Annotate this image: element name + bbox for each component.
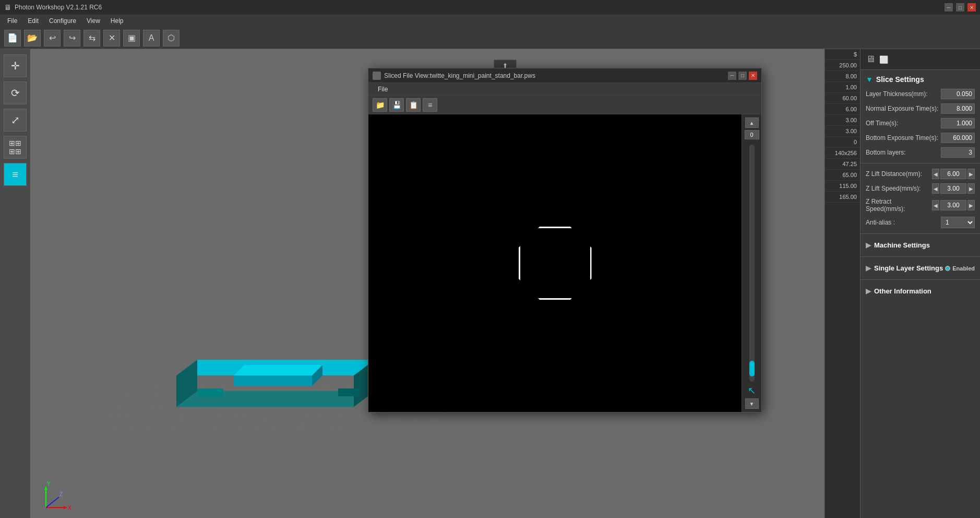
layer-counter-input[interactable]	[745, 130, 759, 139]
z-lift-dist-down[interactable]: ◀	[932, 169, 939, 179]
divider-3	[861, 256, 980, 257]
tool-rotate[interactable]: ⟳	[4, 81, 27, 104]
shape-button[interactable]: ⬡	[163, 30, 180, 46]
enabled-text: Enabled	[952, 265, 975, 272]
scroll-track[interactable]	[749, 145, 755, 382]
anti-alias-row: Anti-alias : 1 2 4 8	[861, 215, 980, 230]
tool-grid[interactable]: ⊞⊞⊞⊞	[4, 136, 27, 159]
val-47: 47.25	[825, 159, 860, 170]
z-retract-speed-up[interactable]: ▶	[967, 200, 975, 210]
other-info-label: Other Information	[874, 287, 931, 295]
window-controls: ─ □ ✕	[945, 3, 976, 11]
other-information-header[interactable]: ▶ Other Information	[861, 283, 980, 299]
sliced-file-menu[interactable]: File	[373, 85, 393, 94]
tool-scale[interactable]: ⤢	[4, 109, 27, 132]
sliced-copy-button[interactable]: 📋	[406, 98, 421, 112]
machine-settings-header[interactable]: ▶ Machine Settings	[861, 237, 980, 253]
redo-button[interactable]: ↪	[64, 30, 80, 46]
bottom-exposure-input[interactable]	[941, 133, 975, 143]
single-layer-header[interactable]: ▶ Single Layer Settings Enabled	[861, 260, 980, 276]
single-layer-arrow: ▶	[866, 264, 871, 272]
axis-svg: X Y Z	[41, 476, 77, 513]
app-title: Photon Workshop V2.1.21 RC6	[15, 4, 102, 11]
svg-line-31	[46, 497, 59, 508]
menu-configure[interactable]: Configure	[44, 16, 81, 26]
anti-alias-label: Anti-alias :	[866, 219, 941, 226]
main-toolbar: 📄 📂 ↩ ↪ ⇆ ✕ ▣ A ⬡	[0, 27, 980, 49]
z-lift-dist-up[interactable]: ▶	[967, 169, 975, 179]
layer-scroll-up[interactable]: ▲	[745, 117, 759, 128]
svg-text:Z: Z	[59, 491, 63, 497]
dialog-maximize-button[interactable]: □	[738, 72, 747, 80]
delete-button[interactable]: ✕	[103, 30, 120, 46]
scroll-cursor-indicator: ↖	[748, 385, 756, 396]
z-lift-dist-input[interactable]	[940, 169, 966, 179]
bottom-layers-input[interactable]	[941, 147, 975, 158]
z-lift-speed-down[interactable]: ◀	[932, 183, 939, 194]
undo-button[interactable]: ↩	[44, 30, 61, 46]
left-sidebar: ✛ ⟳ ⤢ ⊞⊞⊞⊞ ≡	[0, 49, 30, 518]
anti-alias-select[interactable]: 1 2 4 8	[941, 217, 975, 228]
layer-scroll-down[interactable]: ▼	[745, 398, 759, 409]
sliced-content: ▲ ↖ ▼	[368, 114, 761, 412]
normal-exposure-input[interactable]	[941, 103, 975, 114]
app-icon: 🖥	[4, 3, 11, 11]
maximize-button[interactable]: □	[956, 3, 964, 11]
dialog-close-button[interactable]: ✕	[749, 72, 757, 80]
single-layer-enabled-badge: Enabled	[945, 265, 975, 272]
menu-bar: File Edit Configure View Help	[0, 15, 980, 27]
val-3b: 3.00	[825, 126, 860, 137]
sliced-menu-button[interactable]: ≡	[423, 98, 437, 112]
normal-exposure-label: Normal Exposure Time(s):	[866, 105, 941, 112]
close-button[interactable]: ✕	[967, 3, 976, 11]
sliced-save-button[interactable]: 💾	[389, 98, 404, 112]
panel-other-icon: ⬜	[879, 55, 888, 64]
svg-marker-24	[338, 388, 359, 396]
slice-settings-arrow: ▼	[866, 75, 873, 84]
svg-text:Y: Y	[47, 481, 51, 487]
tool-move[interactable]: ✛	[4, 54, 27, 77]
dialog-minimize-button[interactable]: ─	[728, 72, 736, 80]
bottom-layers-label: Bottom layers:	[866, 149, 941, 156]
z-lift-dist-label: Z Lift Distance(mm):	[866, 170, 932, 178]
val-0: 0	[825, 137, 860, 148]
layer-preview	[368, 114, 742, 412]
open-button[interactable]: 📂	[24, 30, 41, 46]
scroll-thumb	[749, 361, 755, 376]
z-lift-speed-row: Z Lift Speed(mm/s): ◀ ▶	[861, 181, 980, 196]
z-retract-speed-input[interactable]	[940, 200, 966, 210]
val-60: 60.00	[825, 93, 860, 104]
mirror-button[interactable]: ⇆	[83, 30, 100, 46]
minimize-button[interactable]: ─	[945, 3, 953, 11]
val-65: 65.00	[825, 170, 860, 181]
val-6: 6.00	[825, 104, 860, 115]
menu-help[interactable]: Help	[105, 16, 129, 26]
off-time-input[interactable]	[941, 118, 975, 128]
layer-thickness-input[interactable]	[941, 89, 975, 99]
octagon-container	[519, 227, 592, 300]
z-lift-dist-row: Z Lift Distance(mm): ◀ ▶	[861, 167, 980, 181]
svg-marker-21	[234, 375, 312, 386]
z-lift-speed-spinbox: ◀ ▶	[932, 183, 975, 194]
sliced-open-button[interactable]: 📁	[373, 98, 387, 112]
svg-text:X: X	[68, 505, 71, 511]
bottom-exposure-row: Bottom Exposure Time(s):	[861, 131, 980, 145]
z-retract-speed-down[interactable]: ◀	[932, 200, 939, 210]
z-lift-speed-input[interactable]	[940, 183, 966, 194]
dialog-app-icon	[373, 72, 381, 80]
val-8: 8.00	[825, 71, 860, 82]
tool-layers[interactable]: ≡	[4, 163, 27, 186]
text-button[interactable]: A	[143, 30, 160, 46]
z-lift-dist-spinbox: ◀ ▶	[932, 169, 975, 179]
rect-select-button[interactable]: ▣	[123, 30, 140, 46]
val-115: 115.00	[825, 181, 860, 192]
slice-settings-title: Slice Settings	[876, 75, 924, 84]
val-165: 165.00	[825, 192, 860, 203]
right-panel: 🖥 ⬜ ▼ Slice Settings Layer Thickness(mm)…	[860, 49, 980, 518]
menu-view[interactable]: View	[81, 16, 105, 26]
z-lift-speed-up[interactable]: ▶	[967, 183, 975, 194]
menu-edit[interactable]: Edit	[22, 16, 44, 26]
new-button[interactable]: 📄	[4, 30, 21, 46]
title-bar: 🖥 Photon Workshop V2.1.21 RC6 ─ □ ✕	[0, 0, 980, 15]
menu-file[interactable]: File	[2, 16, 22, 26]
